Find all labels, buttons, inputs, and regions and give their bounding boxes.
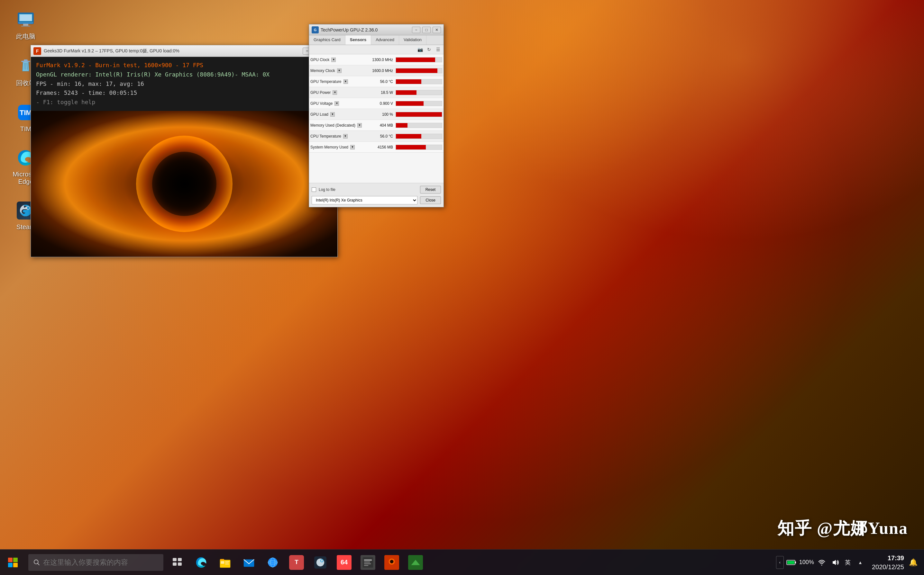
svg-rect-4 [21, 26, 30, 27]
sensor-bar-container [395, 123, 442, 128]
desktop-icon-this-pc[interactable]: 此电脑 [6, 6, 45, 43]
sensor-name-text: GPU Clock [311, 57, 329, 62]
taskbar-apps: T 64 [190, 551, 427, 574]
sensor-dropdown-btn[interactable]: ▼ [357, 123, 362, 128]
taskbar-app3-icon [408, 555, 423, 570]
taskbar-app3-btn[interactable] [404, 551, 427, 574]
sensor-dropdown-btn[interactable]: ▼ [333, 90, 337, 95]
taskbar-tools-btn[interactable]: T [285, 551, 308, 574]
gpuz-titlebar[interactable]: G TechPowerUp GPU-Z 2.36.0 − □ ✕ [309, 24, 443, 35]
sensor-name-text: GPU Load [311, 112, 328, 117]
taskbar-explorer-icon [218, 555, 233, 570]
sensor-name-cell: GPU Power ▼ [311, 90, 370, 95]
furmark-line3: FPS - min: 16, max: 17, avg: 16 [36, 79, 332, 89]
gpuz-device-dropdown[interactable]: Intel(R) Iris(R) Xe Graphics [312, 196, 417, 205]
taskbar-maps-btn[interactable] [261, 551, 284, 574]
sensor-row: GPU Voltage ▼ 0.900 V [309, 98, 443, 109]
sensor-name-cell: GPU Voltage ▼ [311, 101, 370, 106]
taskbar-edge-btn[interactable] [190, 551, 213, 574]
sensor-bar-container [395, 101, 442, 106]
svg-line-16 [38, 563, 40, 565]
svg-rect-36 [364, 559, 372, 561]
sensor-dropdown-btn[interactable]: ▼ [330, 112, 335, 117]
gpuz-tab-validation[interactable]: Validation [399, 35, 427, 44]
network-icon[interactable] [816, 557, 827, 568]
svg-rect-22 [221, 561, 224, 564]
taskbar-app2-btn[interactable] [356, 551, 379, 574]
this-pc-icon [16, 9, 36, 30]
furmark-titlebar[interactable]: F Geeks3D FurMark v1.9.2 – 17FPS, GPU0 t… [31, 45, 338, 57]
sensor-dropdown-btn[interactable]: ▼ [343, 134, 348, 138]
clock-date: 2020/12/25 [872, 562, 904, 572]
taskbar-steam-btn[interactable] [309, 551, 332, 574]
sensor-name-cell: System Memory Used ▼ [311, 145, 370, 149]
gpuz-close-button[interactable]: Close [420, 196, 441, 204]
gpuz-tab-advanced[interactable]: Advanced [371, 35, 399, 44]
gpuz-minimize-btn[interactable]: − [412, 27, 421, 33]
taskbar-right-area: ‹ 100% [773, 550, 924, 575]
tray-arrow-icon[interactable]: ▲ [854, 557, 866, 568]
svg-line-8 [24, 63, 24, 70]
sensor-value-text: 1300.0 MHz [370, 57, 395, 62]
sensor-name-text: Memory Used (Dedicated) [311, 123, 355, 128]
gpuz-tab-graphics-card[interactable]: Graphics Card [309, 35, 346, 44]
language-indicator[interactable]: 英 [843, 559, 852, 566]
furmark-line5: - F1: toggle help [36, 98, 332, 107]
sensor-dropdown-btn[interactable]: ▼ [335, 101, 339, 106]
svg-text:TIM: TIM [20, 109, 32, 117]
gpuz-refresh-icon[interactable]: ↻ [425, 46, 433, 53]
sensor-value-text: 404 MB [370, 123, 395, 128]
taskbar-tools-icon: T [289, 555, 304, 570]
gpuz-restore-btn[interactable]: □ [422, 27, 431, 33]
sensor-name-text: GPU Temperature [311, 79, 342, 84]
sensor-row: GPU Temperature ▼ 56.0 °C [309, 76, 443, 87]
gpuz-tab-sensors[interactable]: Sensors [346, 35, 371, 44]
taskbar-furmark-icon [384, 555, 399, 570]
desktop: 此电脑 回收站 TIM [0, 0, 924, 575]
furmark-line4: Frames: 5243 - time: 00:05:15 [36, 88, 332, 98]
sensor-value-text: 100 % [370, 112, 395, 117]
sensor-dropdown-btn[interactable]: ▼ [331, 57, 336, 62]
gpuz-screenshot-icon[interactable]: 📷 [416, 46, 424, 53]
watermark: 知乎 @尤娜Yuna [777, 517, 908, 540]
taskbar-explorer-btn[interactable] [213, 551, 237, 574]
sensor-bar-fill [396, 90, 416, 95]
svg-rect-23 [225, 561, 229, 562]
battery-status-icon[interactable] [786, 557, 797, 568]
gpuz-close-btn-titlebar[interactable]: ✕ [433, 27, 441, 33]
taskbar-app2-icon [360, 555, 375, 570]
gpuz-log-label: Log to file [319, 187, 335, 192]
sensor-name-cell: Memory Used (Dedicated) ▼ [311, 123, 370, 128]
gpuz-menu-icon[interactable]: ☰ [435, 46, 441, 53]
sensor-name-cell: Memory Clock ▼ [311, 68, 370, 73]
taskbar-clock[interactable]: 17:39 2020/12/25 [872, 553, 904, 572]
taskbar-64-btn[interactable]: 64 [333, 551, 356, 574]
svg-rect-19 [173, 562, 177, 565]
svg-rect-17 [173, 558, 177, 561]
task-view-button[interactable] [166, 551, 188, 574]
volume-icon[interactable] [830, 557, 841, 568]
sensor-bar-container [395, 68, 442, 73]
windows-logo-icon [8, 558, 18, 567]
tim-label: TIM [20, 125, 31, 133]
clock-time: 17:39 [872, 553, 904, 562]
gpuz-log-checkbox[interactable] [312, 187, 316, 192]
taskbar-search-box[interactable] [28, 554, 163, 571]
gpuz-toolbar: 📷 ↻ ☰ [309, 45, 443, 54]
furmark-render-canvas [31, 111, 338, 257]
taskbar: T 64 [0, 549, 924, 575]
furmark-line1: FurMark v1.9.2 - Burn-in test, 1600×900 … [36, 61, 332, 70]
gpuz-reset-button[interactable]: Reset [420, 186, 441, 194]
svg-rect-3 [23, 24, 28, 26]
taskbar-mail-btn[interactable] [237, 551, 261, 574]
search-input[interactable] [43, 558, 158, 567]
sensor-dropdown-btn[interactable]: ▼ [337, 68, 342, 73]
sensor-dropdown-btn[interactable]: ▼ [350, 145, 355, 149]
tray-expand-btn[interactable]: ‹ [776, 556, 784, 569]
sensor-bar-container [395, 134, 442, 139]
start-button[interactable] [0, 550, 26, 575]
taskbar-furmark-btn[interactable] [380, 551, 403, 574]
sensor-dropdown-btn[interactable]: ▼ [344, 79, 348, 84]
furmark-icon: F [33, 47, 41, 55]
notification-button[interactable]: 🔔 [907, 557, 919, 568]
